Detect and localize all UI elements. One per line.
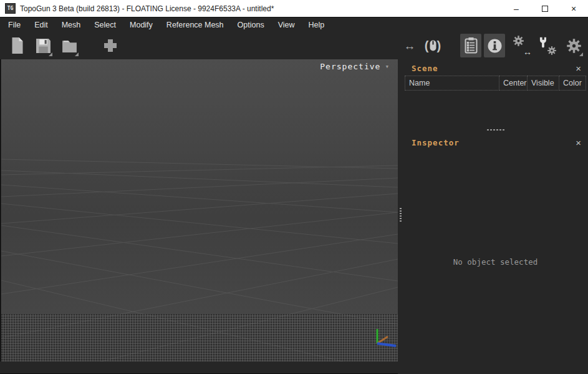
- inspector-panel-toggle-button[interactable]: [484, 34, 505, 57]
- mouse-navigation-button[interactable]: ( ): [420, 34, 445, 57]
- inspector-body: No object selected: [403, 150, 588, 374]
- close-button[interactable]: ×: [559, 0, 588, 17]
- main-area: Perspective ▾ Scene × Name Center Visibl…: [0, 59, 588, 374]
- title-bar: TG TopoGun 3 Beta (build 26813) - FLOATI…: [0, 0, 588, 17]
- splitter-grip-icon: [403, 126, 588, 130]
- menu-mesh[interactable]: Mesh: [55, 19, 88, 31]
- open-dropdown-indicator: [75, 52, 79, 56]
- column-header-visible: Visible: [527, 76, 559, 91]
- mouse-paren-right: ): [437, 39, 441, 53]
- gear-icon: [513, 36, 524, 46]
- toolbar: ↔ ( ): [0, 32, 588, 59]
- viewport-3d[interactable]: Perspective ▾: [1, 59, 398, 362]
- app-window: TG TopoGun 3 Beta (build 26813) - FLOATI…: [0, 0, 588, 374]
- viewport-bottom-strip: [0, 362, 398, 373]
- viewport-column: Perspective ▾: [0, 59, 398, 374]
- scene-table-header: Name Center Visible Color: [405, 76, 586, 91]
- small-gear-icon: [547, 46, 556, 55]
- toolbar-right-group: ↔ ( ): [399, 34, 588, 57]
- save-icon: [36, 38, 51, 54]
- chevron-down-icon: ▾: [385, 62, 389, 71]
- mouse-paren-left: (: [425, 39, 429, 53]
- camera-mode-label: Perspective: [320, 62, 380, 71]
- menu-select[interactable]: Select: [87, 19, 123, 31]
- inspector-empty-message: No object selected: [453, 257, 537, 267]
- menu-reference-mesh[interactable]: Reference Mesh: [160, 19, 231, 31]
- minimize-button[interactable]: –: [502, 0, 531, 17]
- menu-bar: File Edit Mesh Select Modify Reference M…: [0, 17, 588, 32]
- plus-icon: [103, 38, 118, 53]
- camera-mode-dropdown[interactable]: Perspective ▾: [320, 62, 389, 71]
- menu-options[interactable]: Options: [231, 19, 271, 31]
- add-reference-mesh-button[interactable]: [100, 34, 121, 57]
- panel-splitter-horizontal[interactable]: [403, 126, 588, 134]
- scene-panel-title: Scene: [412, 64, 574, 73]
- scene-panel-toggle-button[interactable]: [460, 34, 481, 57]
- scene-list-icon: [464, 37, 478, 54]
- floor-dither: [1, 314, 398, 362]
- toolbar-left-group: [0, 34, 399, 57]
- pan-arrows-icon: ↔: [404, 40, 416, 52]
- save-scene-button[interactable]: [32, 34, 54, 57]
- info-icon: [487, 38, 503, 54]
- app-logo-icon: TG: [5, 3, 16, 14]
- menu-view[interactable]: View: [271, 19, 302, 31]
- scene-panel-header: Scene ×: [403, 59, 588, 76]
- column-header-color: Color: [559, 76, 586, 91]
- settings-button[interactable]: [563, 34, 584, 57]
- pan-mode-button[interactable]: ↔: [399, 34, 420, 57]
- inspector-close-icon[interactable]: ×: [574, 138, 583, 147]
- settings-dropdown-indicator: [579, 52, 583, 56]
- column-header-name: Name: [405, 76, 499, 91]
- window-title: TopoGun 3 Beta (build 26813) - FLOATING …: [20, 4, 502, 13]
- swap-arrows-icon: ↔: [523, 47, 532, 56]
- menu-edit[interactable]: Edit: [27, 19, 55, 31]
- scene-object-list[interactable]: [403, 91, 588, 126]
- right-panel: Scene × Name Center Visible Color Inspec…: [403, 59, 588, 374]
- inspector-panel-title: Inspector: [412, 138, 574, 147]
- open-folder-icon: [61, 39, 78, 53]
- save-dropdown-indicator: [49, 52, 52, 56]
- menu-help[interactable]: Help: [302, 19, 332, 31]
- maximize-icon: [542, 6, 548, 12]
- menu-modify[interactable]: Modify: [123, 19, 160, 31]
- settings-gear-icon: [567, 39, 581, 53]
- new-scene-button[interactable]: [6, 34, 27, 57]
- panel-splitter-vertical[interactable]: [398, 59, 403, 374]
- inspector-panel-header: Inspector ×: [403, 134, 588, 150]
- column-header-center: Center: [499, 76, 528, 91]
- mouse-icon: [429, 39, 437, 52]
- wrench-icon: [539, 36, 547, 49]
- maximize-button[interactable]: [531, 0, 559, 17]
- splitter-grip-icon: [400, 208, 402, 222]
- open-scene-button[interactable]: [59, 34, 80, 57]
- menu-file[interactable]: File: [1, 19, 27, 31]
- tool-options-button[interactable]: [536, 34, 557, 57]
- transform-settings-button[interactable]: ↔: [511, 34, 533, 57]
- scene-close-icon[interactable]: ×: [574, 64, 583, 73]
- new-document-icon: [10, 37, 24, 54]
